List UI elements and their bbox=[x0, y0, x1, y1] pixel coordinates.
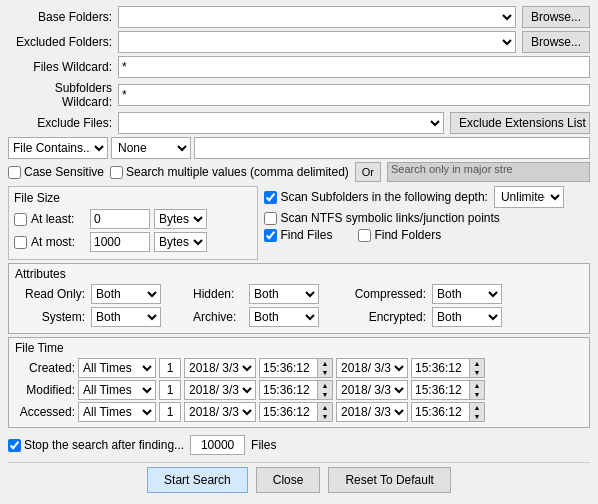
created-date1-select[interactable]: 2018/ 3/31 bbox=[184, 358, 256, 378]
at-most-input[interactable] bbox=[90, 232, 150, 252]
case-sensitive-check[interactable]: Case Sensitive bbox=[8, 165, 104, 179]
base-folders-browse[interactable]: Browse... bbox=[522, 6, 590, 28]
accessed-num[interactable] bbox=[159, 402, 181, 422]
modified-time1-down[interactable]: ▼ bbox=[318, 390, 332, 399]
created-time1-spin-btns[interactable]: ▲ ▼ bbox=[317, 358, 333, 378]
accessed-time1-input[interactable] bbox=[259, 402, 317, 422]
accessed-time2-input[interactable] bbox=[411, 402, 469, 422]
created-time1-down[interactable]: ▼ bbox=[318, 368, 332, 377]
read-only-select[interactable]: Both bbox=[91, 284, 161, 304]
at-most-check[interactable] bbox=[14, 236, 27, 249]
scan-subfolders-row: Scan Subfolders in the following depth: … bbox=[264, 186, 590, 208]
created-type-select[interactable]: All Times bbox=[78, 358, 156, 378]
accessed-time1-up[interactable]: ▲ bbox=[318, 403, 332, 412]
hidden-select[interactable]: Both bbox=[249, 284, 319, 304]
modified-label: Modified: bbox=[15, 383, 75, 397]
contains-input[interactable] bbox=[194, 137, 590, 159]
modified-num[interactable] bbox=[159, 380, 181, 400]
attr-row-2: System: Both Archive: Both Encrypted: Bo… bbox=[15, 307, 583, 327]
find-folders-check[interactable]: Find Folders bbox=[358, 228, 441, 242]
accessed-date1-select[interactable]: 2018/ 3/31 bbox=[184, 402, 256, 422]
modified-time2-spin-btns[interactable]: ▲ ▼ bbox=[469, 380, 485, 400]
stop-after-check[interactable]: Stop the search after finding... bbox=[8, 438, 184, 452]
created-time1-up[interactable]: ▲ bbox=[318, 359, 332, 368]
accessed-date2-select[interactable]: 2018/ 3/31 bbox=[336, 402, 408, 422]
find-files-check[interactable]: Find Files bbox=[264, 228, 332, 242]
depth-select[interactable]: Unlimited bbox=[494, 186, 564, 208]
excluded-folders-row: Excluded Folders: Browse... bbox=[8, 31, 590, 53]
excluded-folders-select[interactable] bbox=[118, 31, 516, 53]
modified-time1-up[interactable]: ▲ bbox=[318, 381, 332, 390]
modified-type-select[interactable]: All Times bbox=[78, 380, 156, 400]
file-size-box: File Size At least: Bytes At most: bbox=[8, 186, 258, 260]
none-select[interactable]: None bbox=[111, 137, 191, 159]
file-contains-row: File Contains... None bbox=[8, 137, 590, 159]
compressed-select[interactable]: Both bbox=[432, 284, 502, 304]
at-most-unit[interactable]: Bytes bbox=[154, 232, 207, 252]
file-time-section: File Time Created: All Times 2018/ 3/31 … bbox=[8, 337, 590, 428]
close-button[interactable]: Close bbox=[256, 467, 321, 493]
start-search-button[interactable]: Start Search bbox=[147, 467, 248, 493]
at-least-unit[interactable]: Bytes bbox=[154, 209, 207, 229]
created-num[interactable] bbox=[159, 358, 181, 378]
subfolders-wildcard-row: Subfolders Wildcard: bbox=[8, 81, 590, 109]
read-only-label: Read Only: bbox=[15, 287, 85, 301]
modified-date1-select[interactable]: 2018/ 3/31 bbox=[184, 380, 256, 400]
search-multiple-check[interactable]: Search multiple values (comma delimited) bbox=[110, 165, 349, 179]
excluded-folders-label: Excluded Folders: bbox=[8, 35, 118, 49]
created-time1-input[interactable] bbox=[259, 358, 317, 378]
base-folders-label: Base Folders: bbox=[8, 10, 118, 24]
exclude-extensions-btn[interactable]: Exclude Extensions List bbox=[450, 112, 590, 134]
search-major-text: Search only in major stre bbox=[387, 162, 590, 182]
accessed-time2-down[interactable]: ▼ bbox=[470, 412, 484, 421]
created-date2-select[interactable]: 2018/ 3/31 bbox=[336, 358, 408, 378]
created-time2-input[interactable] bbox=[411, 358, 469, 378]
file-time-title: File Time bbox=[15, 341, 583, 355]
stop-value-input[interactable] bbox=[190, 435, 245, 455]
modified-row: Modified: All Times 2018/ 3/31 ▲ ▼ 2018/… bbox=[15, 380, 583, 400]
subfolders-wildcard-input[interactable] bbox=[118, 84, 590, 106]
created-time2-up[interactable]: ▲ bbox=[470, 359, 484, 368]
file-size-title: File Size bbox=[14, 191, 252, 205]
modified-time2-up[interactable]: ▲ bbox=[470, 381, 484, 390]
accessed-row: Accessed: All Times 2018/ 3/31 ▲ ▼ 2018/… bbox=[15, 402, 583, 422]
created-time2-down[interactable]: ▼ bbox=[470, 368, 484, 377]
bottom-bar: Stop the search after finding... Files bbox=[8, 432, 590, 458]
files-wildcard-input[interactable] bbox=[118, 56, 590, 78]
subfolders-wildcard-label: Subfolders Wildcard: bbox=[8, 81, 118, 109]
modified-time2-down[interactable]: ▼ bbox=[470, 390, 484, 399]
scan-ntfs-check[interactable]: Scan NTFS symbolic links/junction points bbox=[264, 211, 499, 225]
at-least-input[interactable] bbox=[90, 209, 150, 229]
at-most-row: At most: Bytes bbox=[14, 232, 252, 252]
or-button[interactable]: Or bbox=[355, 162, 381, 182]
scan-subfolders-check[interactable]: Scan Subfolders in the following depth: bbox=[264, 190, 487, 204]
at-least-check[interactable] bbox=[14, 213, 27, 226]
exclude-files-select[interactable] bbox=[118, 112, 444, 134]
combined-section: File Size At least: Bytes At most: bbox=[8, 186, 590, 260]
system-select[interactable]: Both bbox=[91, 307, 161, 327]
created-label: Created: bbox=[15, 361, 75, 375]
accessed-time2-spin-btns[interactable]: ▲ ▼ bbox=[469, 402, 485, 422]
archive-label: Archive: bbox=[193, 310, 243, 324]
reset-button[interactable]: Reset To Default bbox=[328, 467, 451, 493]
modified-time2-input[interactable] bbox=[411, 380, 469, 400]
modified-time1-spin-btns[interactable]: ▲ ▼ bbox=[317, 380, 333, 400]
accessed-time1-down[interactable]: ▼ bbox=[318, 412, 332, 421]
modified-time1-spin: ▲ ▼ bbox=[259, 380, 333, 400]
base-folders-row: Base Folders: Browse... bbox=[8, 6, 590, 28]
accessed-time2-spin: ▲ ▼ bbox=[411, 402, 485, 422]
base-folders-select[interactable] bbox=[118, 6, 516, 28]
encrypted-select[interactable]: Both bbox=[432, 307, 502, 327]
scan-options-section: Scan Subfolders in the following depth: … bbox=[264, 186, 590, 260]
modified-time1-input[interactable] bbox=[259, 380, 317, 400]
files-label: Files bbox=[251, 438, 276, 452]
archive-select[interactable]: Both bbox=[249, 307, 319, 327]
accessed-type-select[interactable]: All Times bbox=[78, 402, 156, 422]
accessed-time2-up[interactable]: ▲ bbox=[470, 403, 484, 412]
accessed-time1-spin-btns[interactable]: ▲ ▼ bbox=[317, 402, 333, 422]
file-contains-select[interactable]: File Contains... bbox=[8, 137, 108, 159]
modified-date2-select[interactable]: 2018/ 3/31 bbox=[336, 380, 408, 400]
hidden-label: Hidden: bbox=[193, 287, 243, 301]
excluded-folders-browse[interactable]: Browse... bbox=[522, 31, 590, 53]
created-time2-spin-btns[interactable]: ▲ ▼ bbox=[469, 358, 485, 378]
